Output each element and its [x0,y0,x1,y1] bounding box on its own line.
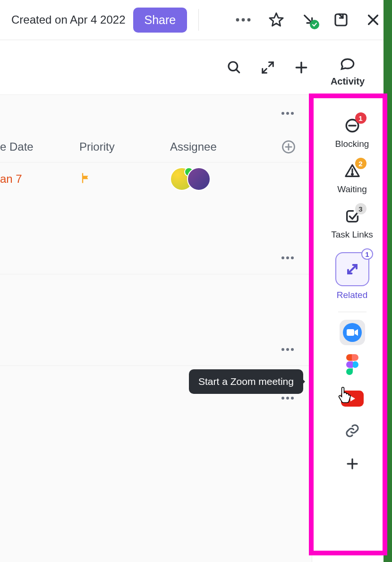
swap-arrows-icon: 1 [335,252,369,286]
warning-triangle-icon: 2 [343,162,362,180]
link-integration-button[interactable] [340,419,365,444]
svg-marker-3 [270,13,283,26]
table-row[interactable]: an 7 [0,162,312,195]
chat-bubble-icon [338,54,357,73]
sidebar-item-waiting[interactable]: 2 Waiting [312,154,392,199]
cell-priority[interactable] [79,171,170,187]
sidebar-item-blocking[interactable]: 1 Blocking [312,109,392,154]
no-entry-icon: 1 [343,116,362,135]
add-column-icon[interactable] [281,140,296,154]
group-more-icon[interactable] [281,111,295,116]
svg-point-23 [281,348,284,351]
window-edge [383,0,392,562]
svg-point-26 [281,397,284,400]
svg-point-25 [291,348,294,351]
sidebar-item-tasklinks[interactable]: 3 Task Links [312,199,392,245]
zoom-icon [343,323,362,342]
svg-point-14 [281,112,284,115]
svg-point-1 [242,18,245,22]
sidebar-item-related[interactable]: 1 Related [312,245,392,305]
svg-point-28 [291,397,294,400]
svg-rect-34 [347,329,354,336]
top-bar: Created on Apr 4 2022 Share [0,0,392,40]
column-headers: e Date Priority Assignee [0,132,312,162]
avatar[interactable] [187,167,211,191]
svg-line-33 [349,266,356,273]
svg-rect-43 [349,368,353,372]
column-priority[interactable]: Priority [79,140,170,153]
search-icon[interactable] [227,60,242,75]
svg-point-20 [281,256,284,259]
share-button[interactable]: Share [133,8,187,33]
expand-icon[interactable] [261,60,275,75]
svg-point-22 [291,256,294,259]
svg-point-32 [351,174,353,175]
sidebar-item-label: Task Links [331,230,373,240]
figma-integration-button[interactable] [340,353,365,378]
youtube-icon [341,391,364,407]
minimize-with-check-icon[interactable] [301,12,316,27]
badge: 2 [355,158,366,169]
svg-point-0 [236,18,239,22]
sidebar-item-label: Related [337,290,368,300]
svg-point-24 [286,348,289,351]
right-sidebar: 1 Blocking 2 Waiting 3 Task Links 1 Rela… [312,94,392,562]
cell-due-date[interactable]: an 7 [0,172,79,186]
svg-point-27 [286,397,289,400]
youtube-integration-button[interactable] [340,386,365,411]
svg-point-21 [286,256,289,259]
created-on-label: Created on Apr 4 2022 [11,13,126,26]
badge: 1 [355,112,366,124]
svg-rect-42 [349,361,353,368]
group-more-icon[interactable] [281,396,295,400]
cell-assignee[interactable] [170,167,312,191]
divider [338,312,366,312]
more-icon[interactable] [235,17,251,22]
check-badge-icon [310,20,319,29]
divider [198,9,199,31]
svg-point-15 [286,112,289,115]
badge: 1 [361,248,373,260]
svg-rect-41 [352,354,355,361]
plus-icon [345,457,359,473]
assignee-avatars[interactable] [170,167,211,191]
svg-point-38 [352,361,358,368]
sidebar-item-label: Waiting [337,184,367,195]
open-new-window-icon[interactable] [333,12,349,27]
figma-icon [345,354,359,377]
group-more-icon[interactable] [281,347,295,352]
sidebar-activity[interactable]: Activity [312,54,383,87]
content-area: e Date Priority Assignee an 7 [0,94,312,562]
svg-point-2 [247,18,251,22]
zoom-integration-button[interactable] [340,320,365,345]
badge: 3 [355,203,366,214]
star-icon[interactable] [268,12,284,28]
activity-label: Activity [312,76,383,87]
flag-icon [79,171,93,187]
tooltip: Start a Zoom meeting [189,369,303,394]
svg-point-16 [291,112,294,115]
svg-line-9 [236,69,239,73]
plus-icon[interactable] [294,60,309,75]
column-date[interactable]: e Date [0,140,79,153]
add-integration-button[interactable] [340,452,365,477]
link-icon [345,423,360,440]
close-icon[interactable] [366,12,381,27]
checkbox-checked-icon: 3 [343,207,362,226]
group-more-icon[interactable] [281,255,295,260]
sidebar-item-label: Blocking [335,139,369,149]
